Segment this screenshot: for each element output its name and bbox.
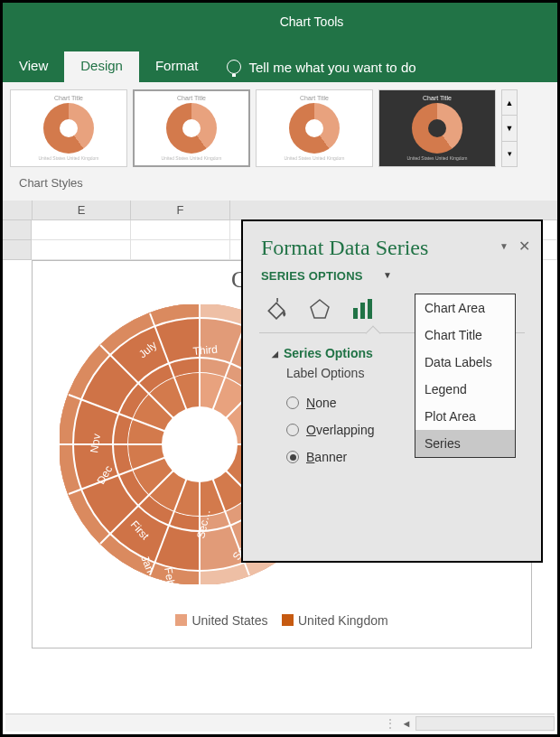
svg-text:Nov: Nov [88,433,103,453]
svg-text:Sta…: Sta… [177,443,204,455]
cell[interactable] [32,240,131,260]
svg-marker-33 [311,300,329,318]
sunburst-icon [166,103,217,154]
svg-rect-34 [353,308,358,319]
pane-title: Format Data Series [243,221,541,266]
close-icon[interactable]: ✕ [518,238,530,255]
tell-me-search[interactable]: Tell me what you want to do [214,51,415,82]
gallery-scroll-up[interactable]: ▲ [502,90,517,116]
ribbon-tabs: View Design Format Tell me what you want… [3,51,557,82]
chevron-down-icon[interactable]: ▼ [383,270,392,280]
row-header[interactable] [3,240,32,260]
tab-format[interactable]: Format [139,51,215,82]
tell-me-label: Tell me what you want to do [248,60,415,75]
gallery-scroll-down[interactable]: ▼ [502,116,517,141]
cell[interactable] [131,220,230,240]
column-headers: E F [3,201,557,220]
sunburst-icon [412,103,462,154]
ribbon-context-bar: Chart Tools [3,3,557,51]
col-header-E[interactable]: E [32,201,131,219]
pane-options-dropdown[interactable]: ▼ [499,241,509,251]
cell[interactable] [131,240,230,260]
radio-icon [286,424,299,436]
horizontal-scrollbar[interactable]: ⋮ ◄ [5,714,555,732]
legend-swatch-icon [282,614,294,626]
radio-icon [286,451,299,463]
chart-element-dropdown: Chart Area Chart Title Data Labels Legen… [415,294,516,458]
series-options-selector[interactable]: Series Options [243,269,363,283]
svg-rect-36 [368,299,372,319]
format-data-series-pane: Format Data Series ▼ ✕ Series Options ▼ … [241,219,543,563]
legend-swatch-icon [175,614,187,626]
chart-styles-gallery: Chart Title United States United Kingdom… [3,82,557,171]
fill-line-icon[interactable] [263,296,290,322]
cell[interactable] [32,220,131,240]
dropdown-item[interactable]: Plot Area [415,403,515,430]
svg-text:Third: Third [192,343,218,358]
svg-text:Uni…: Uni… [177,428,204,441]
chart-style-3[interactable]: Chart Title United States United Kingdom [256,89,373,167]
sunburst-icon [43,103,94,154]
chart-legend[interactable]: United States United Kingdom [33,613,531,628]
scroll-left-icon[interactable]: ◄ [397,718,415,729]
row-header[interactable] [3,220,32,240]
lightbulb-icon [227,60,241,74]
sunburst-icon [289,103,340,154]
scrollbar-track[interactable] [415,716,555,731]
chart-style-1[interactable]: Chart Title United States United Kingdom [10,89,127,167]
dropdown-item[interactable]: Series [415,430,515,457]
svg-rect-35 [360,303,365,319]
col-header-F[interactable]: F [131,201,230,219]
gallery-scroll-more[interactable]: ▾ [502,142,517,166]
chart-style-2[interactable]: Chart Title United States United Kingdom [133,89,250,167]
dropdown-item[interactable]: Chart Area [415,294,515,322]
tab-view[interactable]: View [3,51,64,82]
contextual-tab-title: Chart Tools [3,3,557,29]
sheet-tab-scroll-icon[interactable]: ⋮ [385,717,397,730]
svg-text:Feb: Feb [162,566,177,584]
dropdown-item[interactable]: Chart Title [415,322,515,349]
dropdown-item[interactable]: Legend [415,376,515,403]
radio-icon [286,396,299,409]
ribbon-group-label: Chart Styles [3,171,557,201]
gallery-scroll: ▲ ▼ ▾ [501,89,518,167]
tab-design[interactable]: Design [64,51,139,82]
dropdown-item[interactable]: Data Labels [415,349,515,376]
effects-icon[interactable] [306,296,333,322]
chart-style-4[interactable]: Chart Title United States United Kingdom [378,89,496,167]
series-options-icon[interactable] [350,296,377,322]
